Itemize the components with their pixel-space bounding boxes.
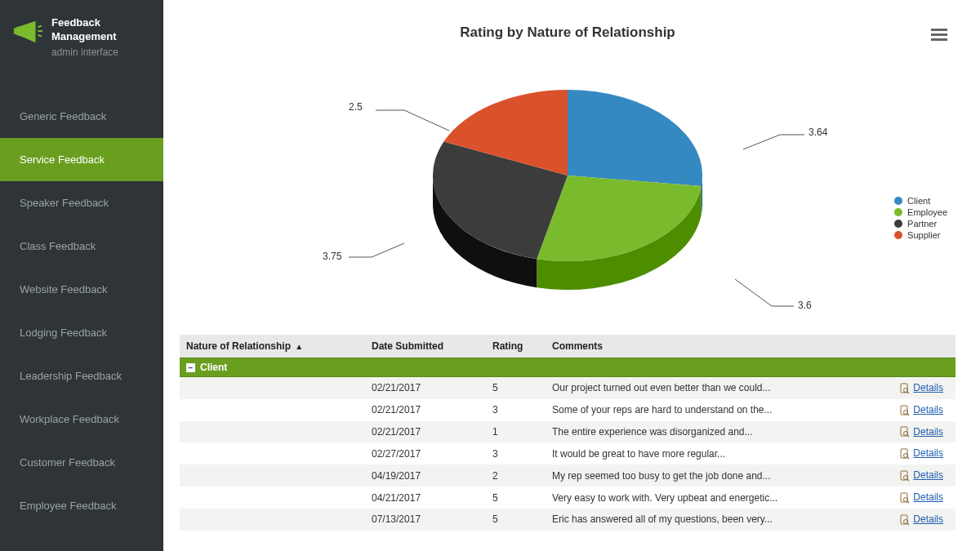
magnify-doc-icon <box>900 448 910 460</box>
magnify-doc-icon <box>900 470 910 482</box>
details-link[interactable]: Details <box>913 491 943 503</box>
sidebar: Feedback Management admin interface Gene… <box>0 0 163 551</box>
column-rating[interactable]: Rating <box>484 335 544 358</box>
collapse-icon[interactable]: − <box>186 363 195 372</box>
magnify-doc-icon <box>900 383 910 394</box>
sidebar-item-generic-feedback[interactable]: Generic Feedback <box>0 95 163 138</box>
sidebar-item-employee-feedback[interactable]: Employee Feedback <box>0 484 163 527</box>
column-nature-label: Nature of Relationship <box>186 340 291 352</box>
details-link[interactable]: Details <box>913 447 943 459</box>
sidebar-item-workplace-feedback[interactable]: Workplace Feedback <box>0 398 163 441</box>
column-comments[interactable]: Comments <box>544 335 956 358</box>
sidebar-nav: Generic FeedbackService FeedbackSpeaker … <box>0 95 163 527</box>
sidebar-item-class-feedback[interactable]: Class Feedback <box>0 224 163 268</box>
svg-rect-0 <box>14 28 17 34</box>
feedback-table: Nature of Relationship ▲ Date Submitted … <box>180 335 956 531</box>
legend-item[interactable]: Client <box>894 196 947 206</box>
column-date[interactable]: Date Submitted <box>363 335 484 358</box>
cell-date: 02/21/2017 <box>363 399 484 421</box>
app-subtitle: admin interface <box>51 47 118 58</box>
cell-comments: Our project turned out even better than … <box>544 377 889 399</box>
chart-label-employee: 3.6 <box>798 300 812 311</box>
main-content: Rating by Nature of Relationship 3.64 3.… <box>163 0 980 551</box>
cell-rating: 2 <box>484 464 544 487</box>
cell-rating: 1 <box>484 421 544 443</box>
svg-line-20 <box>907 435 909 437</box>
cell-date: 04/21/2017 <box>363 487 484 509</box>
details-link[interactable]: Details <box>913 426 943 438</box>
svg-line-23 <box>907 457 909 459</box>
logo: Feedback Management admin interface <box>0 0 163 78</box>
table-row: 02/27/20173It would be great to have mor… <box>180 442 956 464</box>
details-link[interactable]: Details <box>913 513 943 525</box>
table-row: 02/21/20171The entire experience was dis… <box>180 421 956 443</box>
pie-chart: 3.64 3.6 3.75 2.5 ClientEmployeePartnerS… <box>180 49 956 327</box>
cell-comments: The entire experience was disorganized a… <box>544 421 889 443</box>
cell-rating: 5 <box>484 377 544 399</box>
table-row: 04/21/20175Very easy to work with. Very … <box>180 487 956 509</box>
legend-dot-icon <box>894 208 902 216</box>
cell-rating: 3 <box>484 399 544 421</box>
details-link[interactable]: Details <box>913 469 943 481</box>
sidebar-item-lodging-feedback[interactable]: Lodging Feedback <box>0 311 163 354</box>
column-nature[interactable]: Nature of Relationship ▲ <box>180 335 363 358</box>
pie-graphic <box>429 73 706 302</box>
svg-line-32 <box>907 523 909 525</box>
group-label: Client <box>200 362 227 373</box>
magnify-doc-icon <box>900 514 910 526</box>
cell-comments: Very easy to work with. Very upbeat and … <box>544 487 889 509</box>
cell-rating: 5 <box>484 487 544 509</box>
svg-rect-2 <box>931 33 947 36</box>
svg-line-17 <box>907 414 909 415</box>
legend-dot-icon <box>894 231 902 239</box>
chart-label-partner: 3.75 <box>323 251 341 262</box>
details-link[interactable]: Details <box>913 382 943 393</box>
svg-rect-1 <box>931 29 947 31</box>
table-row: 02/21/20175Our project turned out even b… <box>180 377 956 399</box>
legend-label: Client <box>907 196 930 206</box>
table-header-row: Nature of Relationship ▲ Date Submitted … <box>180 335 956 358</box>
cell-date: 07/13/2017 <box>363 509 484 531</box>
magnify-doc-icon <box>900 492 910 504</box>
cell-comments: My rep seemed too busy to get the job do… <box>544 464 889 487</box>
legend-item[interactable]: Partner <box>894 219 947 229</box>
details-link[interactable]: Details <box>913 404 943 415</box>
cell-date: 02/27/2017 <box>363 442 484 464</box>
svg-rect-3 <box>931 38 947 41</box>
legend-item[interactable]: Employee <box>894 207 947 217</box>
app-title-2: Management <box>51 30 118 44</box>
menu-icon[interactable] <box>931 29 947 45</box>
legend-item[interactable]: Supplier <box>894 230 947 240</box>
sidebar-item-speaker-feedback[interactable]: Speaker Feedback <box>0 181 163 224</box>
sidebar-item-customer-feedback[interactable]: Customer Feedback <box>0 441 163 484</box>
sidebar-item-service-feedback[interactable]: Service Feedback <box>0 138 163 181</box>
cell-comments: Eric has answered all of my questions, b… <box>544 509 889 531</box>
chart-label-supplier: 2.5 <box>349 101 363 113</box>
cell-comments: It would be great to have more regular..… <box>544 442 889 464</box>
cell-rating: 3 <box>484 442 544 464</box>
chart-legend: ClientEmployeePartnerSupplier <box>894 196 947 242</box>
svg-line-4 <box>743 135 780 149</box>
svg-line-8 <box>372 243 404 257</box>
chart-label-client: 3.64 <box>808 127 827 138</box>
cell-comments: Some of your reps are hard to understand… <box>544 399 889 421</box>
cell-date: 04/19/2017 <box>363 464 484 487</box>
legend-label: Supplier <box>907 230 940 240</box>
table-row: 04/19/20172My rep seemed too busy to get… <box>180 464 956 487</box>
svg-line-14 <box>907 392 909 393</box>
chart-title: Rating by Nature of Relationship <box>180 24 956 41</box>
svg-line-29 <box>907 501 909 503</box>
pie-slice-client[interactable] <box>568 90 702 186</box>
cell-date: 02/21/2017 <box>363 377 484 399</box>
table-row: 02/21/20173Some of your reps are hard to… <box>180 399 956 421</box>
app-title-1: Feedback <box>51 16 118 30</box>
magnify-doc-icon <box>900 405 910 416</box>
legend-dot-icon <box>894 220 902 228</box>
group-row[interactable]: −Client <box>180 358 956 377</box>
megaphone-icon <box>12 19 43 45</box>
svg-line-6 <box>735 279 772 306</box>
sidebar-item-website-feedback[interactable]: Website Feedback <box>0 268 163 311</box>
legend-label: Employee <box>907 207 947 217</box>
sidebar-item-leadership-feedback[interactable]: Leadership Feedback <box>0 354 163 398</box>
sort-asc-icon: ▲ <box>295 342 303 351</box>
